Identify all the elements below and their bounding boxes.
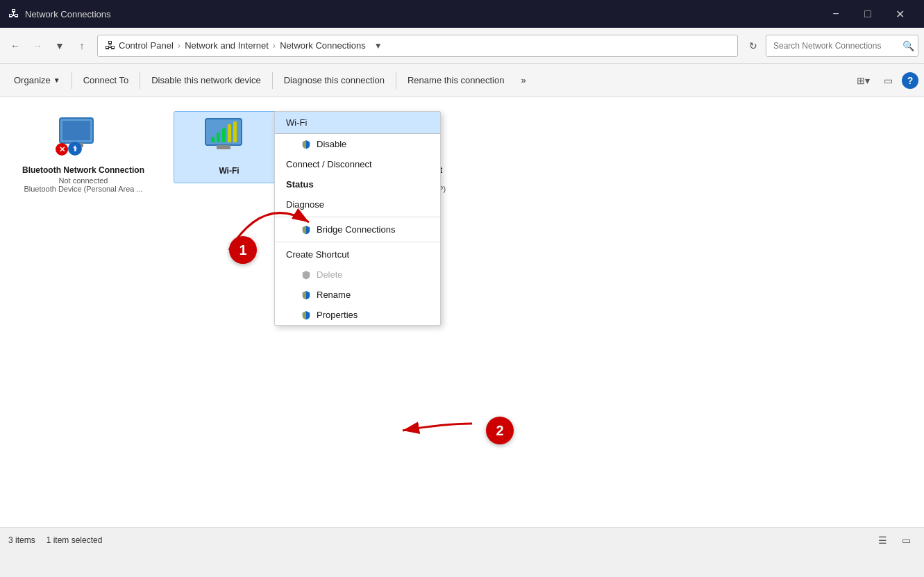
svg-rect-9	[233, 122, 237, 142]
network-items-container: ✕ ⚕ Bluetooth Network Connection Not con…	[0, 97, 924, 212]
context-menu-connect[interactable]: Connect / Disconnect	[275, 154, 440, 174]
context-menu-delete[interactable]: Delete	[275, 265, 440, 285]
shield-icon-properties	[301, 310, 311, 320]
rename-label: Rename	[317, 290, 351, 300]
bluetooth-type: Bluetooth Device (Personal Area ...	[24, 185, 142, 193]
context-menu-shortcut[interactable]: Create Shortcut	[275, 244, 440, 265]
disable-label: Disable this network device	[151, 75, 261, 85]
context-menu-diagnose[interactable]: Diagnose	[275, 194, 440, 215]
bridge-label: Bridge Connections	[317, 224, 395, 235]
svg-rect-6	[217, 133, 220, 142]
annotation-1: 1	[229, 236, 257, 264]
diagnose-label: Diagnose	[286, 199, 324, 210]
rename-label: Rename this connection	[408, 75, 504, 85]
toolbar-right: ⊞▾ ▭ ?	[852, 69, 918, 92]
context-menu: Wi-Fi Disable Connect / Disconnect Statu…	[274, 111, 441, 326]
status-left: 3 items 1 item selected	[8, 535, 102, 545]
title-bar-left: 🖧 Network Connections	[8, 8, 111, 20]
context-menu-sep-2	[275, 242, 440, 242]
search-button[interactable]: 🔍	[902, 40, 914, 51]
app-icon: 🖧	[8, 8, 19, 20]
view-options-button[interactable]: ⊞▾	[852, 69, 874, 92]
path-network-connections: Network Connections	[280, 40, 366, 51]
bluetooth-x-badge: ✕	[56, 143, 68, 156]
context-menu-bridge[interactable]: Bridge Connections	[275, 219, 440, 240]
connect-to-label: Connect To	[83, 75, 129, 85]
annotation-2: 2	[486, 417, 514, 444]
title-controls: − □ ✕	[820, 0, 916, 28]
up-button[interactable]: ↑	[72, 36, 92, 56]
layout-button[interactable]: ▭	[877, 69, 899, 92]
svg-rect-8	[228, 124, 231, 142]
connect-label: Connect / Disconnect	[286, 159, 372, 169]
list-view-button[interactable]: ☰	[873, 530, 892, 550]
path-sep-2: ›	[273, 40, 276, 51]
selected-count: 1 item selected	[47, 535, 103, 545]
bluetooth-bt-badge: ⚕	[68, 142, 82, 156]
svg-rect-7	[222, 128, 226, 142]
context-menu-header: Wi-Fi	[275, 112, 440, 134]
search-input[interactable]	[766, 35, 918, 57]
main-content: ✕ ⚕ Bluetooth Network Connection Not con…	[0, 97, 924, 552]
title-bar: 🖧 Network Connections − □ ✕	[0, 0, 924, 28]
svg-rect-4	[217, 145, 230, 149]
minimize-button[interactable]: −	[820, 0, 852, 28]
context-menu-properties[interactable]: Properties	[275, 305, 440, 325]
connect-to-button[interactable]: Connect To	[75, 67, 137, 94]
wifi-name: Wi-Fi	[219, 166, 239, 176]
address-bar: ← → ▼ ↑ 🖧 Control Panel › Network and In…	[0, 28, 924, 64]
diagnose-label: Diagnose this connection	[284, 75, 385, 85]
toolbar-sep-2	[140, 72, 140, 89]
back-button[interactable]: ←	[6, 36, 25, 56]
path-control-panel: Control Panel	[119, 40, 174, 51]
more-label: »	[521, 75, 526, 85]
context-menu-status[interactable]: Status	[275, 174, 440, 194]
rename-button[interactable]: Rename this connection	[399, 67, 512, 94]
shield-icon-rename	[301, 290, 311, 300]
help-button[interactable]: ?	[902, 72, 918, 89]
toolbar: Organize ▼ Connect To Disable this netwo…	[0, 64, 924, 97]
refresh-button[interactable]: ↻	[744, 36, 763, 56]
wifi-monitor-icon	[204, 117, 243, 153]
network-item-wifi[interactable]: Wi-Fi	[174, 111, 285, 183]
close-button[interactable]: ✕	[884, 0, 916, 28]
recent-locations-button[interactable]: ▼	[50, 36, 69, 56]
path-network-internet: Network and Internet	[185, 40, 269, 51]
grid-view-button[interactable]: ▭	[896, 530, 916, 550]
svg-rect-2	[62, 121, 90, 140]
address-path[interactable]: 🖧 Control Panel › Network and Internet ›…	[97, 35, 738, 57]
path-sep-1: ›	[178, 40, 180, 51]
maximize-button[interactable]: □	[852, 0, 884, 28]
toolbar-sep-3	[272, 72, 273, 89]
search-wrapper: 🔍	[766, 35, 918, 57]
toolbar-sep-4	[396, 72, 396, 89]
context-menu-sep-1	[275, 217, 440, 217]
shortcut-label: Create Shortcut	[286, 249, 349, 260]
shield-icon-disable	[301, 140, 311, 149]
organize-arrow: ▼	[53, 76, 60, 84]
network-item-bluetooth[interactable]: ✕ ⚕ Bluetooth Network Connection Not con…	[14, 111, 153, 199]
arrow-2	[361, 396, 500, 451]
shield-icon-bridge	[301, 225, 311, 235]
properties-label: Properties	[317, 310, 358, 320]
forward-button[interactable]: →	[28, 36, 47, 56]
bluetooth-name: Bluetooth Network Connection	[22, 165, 144, 175]
shield-icon-delete	[301, 270, 311, 280]
status-bar: 3 items 1 item selected ☰ ▭	[0, 527, 924, 552]
context-menu-disable[interactable]: Disable	[275, 134, 440, 154]
status-right: ☰ ▭	[873, 530, 916, 550]
disable-button[interactable]: Disable this network device	[143, 67, 269, 94]
context-menu-rename[interactable]: Rename	[275, 285, 440, 305]
bluetooth-status: Not connected	[59, 176, 108, 185]
items-count: 3 items	[8, 535, 35, 545]
more-button[interactable]: »	[512, 67, 534, 94]
disable-label: Disable	[317, 139, 346, 149]
toolbar-sep-1	[72, 72, 72, 89]
diagnose-button[interactable]: Diagnose this connection	[276, 67, 393, 94]
path-icon: 🖧	[105, 40, 116, 52]
organize-button[interactable]: Organize ▼	[6, 67, 69, 94]
path-dropdown-button[interactable]: ▼	[369, 35, 388, 57]
status-label: Status	[286, 179, 314, 190]
window-title: Network Connections	[25, 9, 111, 19]
organize-label: Organize	[14, 75, 51, 85]
